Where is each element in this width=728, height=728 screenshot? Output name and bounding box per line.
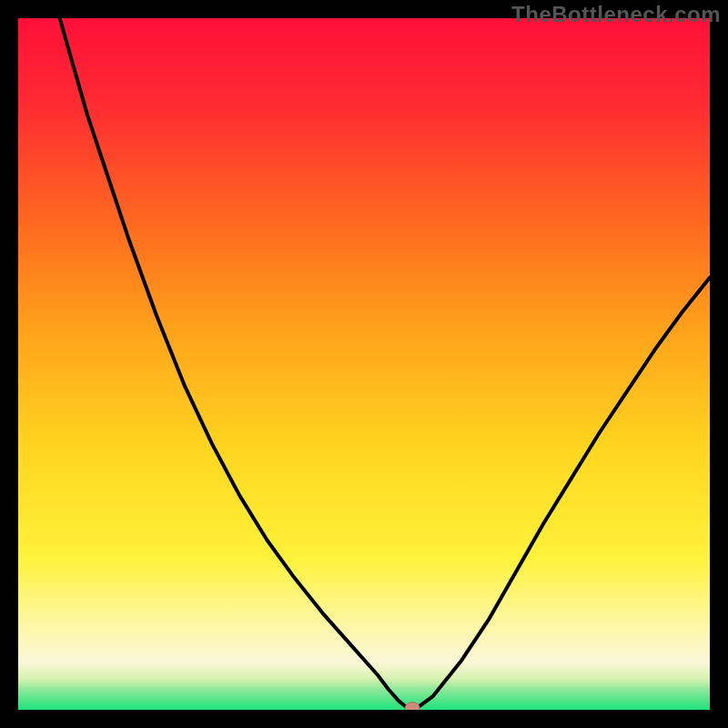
marker-dot — [405, 703, 420, 710]
plot-area — [18, 18, 710, 710]
gradient-background — [18, 18, 710, 710]
watermark-text: TheBottleneck.com — [511, 2, 721, 27]
chart-svg — [18, 18, 710, 710]
chart-frame: TheBottleneck.com — [0, 0, 728, 728]
